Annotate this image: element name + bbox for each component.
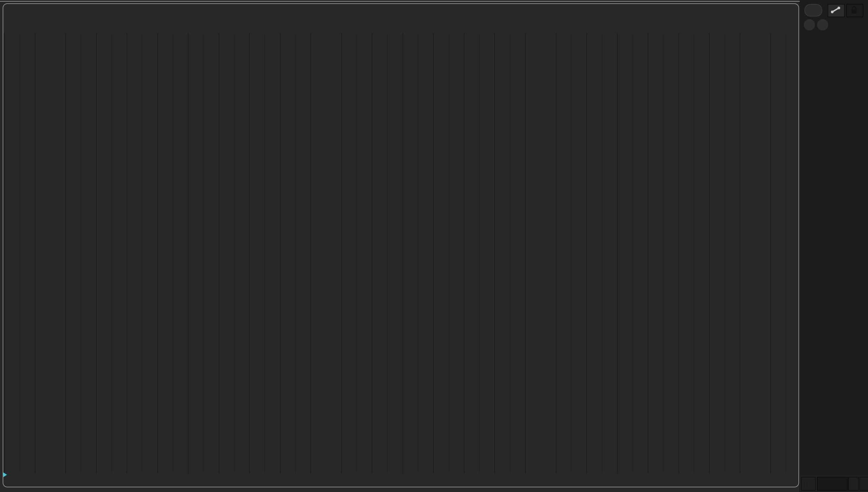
link-icon[interactable] xyxy=(827,4,845,17)
fit-width-button[interactable] xyxy=(860,477,868,491)
play-start-marker-icon[interactable] xyxy=(3,472,7,477)
grid-background xyxy=(3,33,796,473)
track-header-panel xyxy=(800,0,868,492)
arrow-right-icon[interactable] xyxy=(817,19,828,30)
lead-lane-selection-sliver xyxy=(4,389,6,411)
delete-button[interactable] xyxy=(804,4,822,17)
lock-icon-svg xyxy=(847,5,861,15)
arrangement-area xyxy=(0,0,799,492)
follow-icon[interactable] xyxy=(801,477,816,491)
link-icon-svg xyxy=(828,5,843,15)
ableton-window xyxy=(0,0,868,492)
fit-height-button[interactable] xyxy=(847,477,859,491)
window-top-border xyxy=(0,1,868,2)
lock-icon[interactable] xyxy=(846,4,863,17)
arrow-left-icon[interactable] xyxy=(804,19,815,30)
playback-speed-display[interactable] xyxy=(817,477,849,491)
zoom-controls-bar xyxy=(800,475,868,492)
